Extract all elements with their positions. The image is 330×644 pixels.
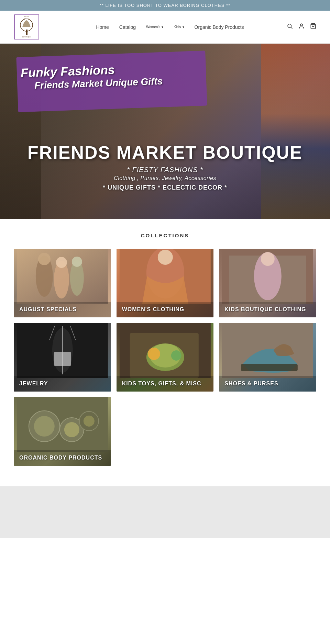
hero-subtitle-gifts: * UNIQUE GIFTS * ECLECTIC DECOR * xyxy=(0,184,330,191)
card-label-jewelry: JEWELRY xyxy=(19,380,106,387)
card-label-august-specials: AUGUST SPECIALS xyxy=(19,306,106,313)
svg-point-15 xyxy=(56,257,67,268)
collection-card-womens-clothing[interactable]: WOMEN'S CLOTHING xyxy=(117,249,214,317)
collection-card-organic-body-products[interactable]: ORGANIC BODY PRODUCTS xyxy=(14,397,111,466)
search-icon[interactable] xyxy=(287,23,293,31)
svg-point-20 xyxy=(157,250,173,265)
svg-point-43 xyxy=(64,422,79,437)
hero-subtitle-clothing: Clothing , Purses, Jewelry, Accessories xyxy=(0,175,330,181)
header-icons xyxy=(287,23,316,31)
svg-text:BOUTIQUE: BOUTIQUE xyxy=(22,36,31,38)
collection-card-august-specials[interactable]: AUGUST SPECIALS xyxy=(14,249,111,317)
collections-grid: AUGUST SPECIALS WOMEN'S CLOTHING KIDS BO… xyxy=(14,249,316,466)
svg-point-41 xyxy=(34,416,55,437)
card-label-womens-clothing: WOMEN'S CLOTHING xyxy=(122,306,208,313)
card-label-organic-body-products: ORGANIC BODY PRODUCTS xyxy=(19,454,106,462)
svg-point-17 xyxy=(72,257,82,267)
nav-womens[interactable]: Women's ▾ xyxy=(146,25,163,29)
svg-text:Market: Market xyxy=(24,18,29,20)
svg-point-35 xyxy=(147,348,160,360)
collections-heading: COLLECTIONS xyxy=(14,233,316,238)
logo[interactable]: BOUTIQUE Friends Market xyxy=(14,14,40,40)
nav-kids[interactable]: Kid's ▾ xyxy=(174,25,184,29)
card-overlay-kids-boutique-clothing: KIDS BOUTIQUE CLOTHING xyxy=(219,302,316,317)
site-header: BOUTIQUE Friends Market Home Catalog Wom… xyxy=(0,11,330,44)
account-icon[interactable] xyxy=(298,23,305,31)
collection-card-kids-toys-gifts-misc[interactable]: KIDS TOYS, GIFTS, & MISC xyxy=(117,323,214,392)
svg-rect-38 xyxy=(241,364,298,371)
card-overlay-womens-clothing: WOMEN'S CLOTHING xyxy=(117,302,214,317)
card-overlay-organic-body-products: ORGANIC BODY PRODUCTS xyxy=(14,450,111,466)
hero-title: FRIENDS MARKET BOUTIQUE xyxy=(0,143,330,162)
main-content: COLLECTIONS AUGUST SPECIALS WOMEN'S CLOT… xyxy=(0,219,330,486)
svg-point-36 xyxy=(171,350,181,361)
hero-section: Funky Fashions Friends Market Unique Gif… xyxy=(0,44,330,219)
hero-subtitle-fiesty: * FIESTY FASHIONS * xyxy=(0,166,330,174)
nav-catalog[interactable]: Catalog xyxy=(119,24,136,30)
collection-card-jewelry[interactable]: JEWELRY xyxy=(14,323,111,392)
svg-line-8 xyxy=(291,27,293,29)
collection-card-kids-boutique-clothing[interactable]: KIDS BOUTIQUE CLOTHING xyxy=(219,249,316,317)
svg-point-24 xyxy=(261,252,275,266)
card-overlay-kids-toys-gifts-misc: KIDS TOYS, GIFTS, & MISC xyxy=(117,376,214,392)
site-footer xyxy=(0,486,330,538)
card-overlay-jewelry: JEWELRY xyxy=(14,376,111,392)
card-overlay-shoes-purses: SHOES & PURSES xyxy=(219,376,316,392)
card-overlay-august-specials: AUGUST SPECIALS xyxy=(14,302,111,317)
cart-icon[interactable] xyxy=(310,23,316,31)
card-label-kids-boutique-clothing: KIDS BOUTIQUE CLOTHING xyxy=(224,306,311,313)
svg-text:Friends: Friends xyxy=(24,16,29,18)
nav-organic[interactable]: Organic Body Products xyxy=(195,24,244,30)
nav-home[interactable]: Home xyxy=(96,24,109,30)
svg-rect-2 xyxy=(26,30,28,35)
hero-content: FRIENDS MARKET BOUTIQUE * FIESTY FASHION… xyxy=(0,143,330,191)
svg-point-7 xyxy=(288,24,292,28)
svg-point-45 xyxy=(84,416,95,427)
svg-point-9 xyxy=(300,24,302,26)
collection-card-shoes-purses[interactable]: SHOES & PURSES xyxy=(219,323,316,392)
main-nav: Home Catalog Women's ▾ Kid's ▾ Organic B… xyxy=(53,24,287,30)
card-label-kids-toys-gifts-misc: KIDS TOYS, GIFTS, & MISC xyxy=(122,380,208,387)
card-label-shoes-purses: SHOES & PURSES xyxy=(224,380,311,387)
svg-rect-28 xyxy=(54,352,71,366)
svg-point-13 xyxy=(38,253,51,265)
announcement-bar: ** LIFE IS TOO SHORT TO WEAR BORING CLOT… xyxy=(0,0,330,11)
